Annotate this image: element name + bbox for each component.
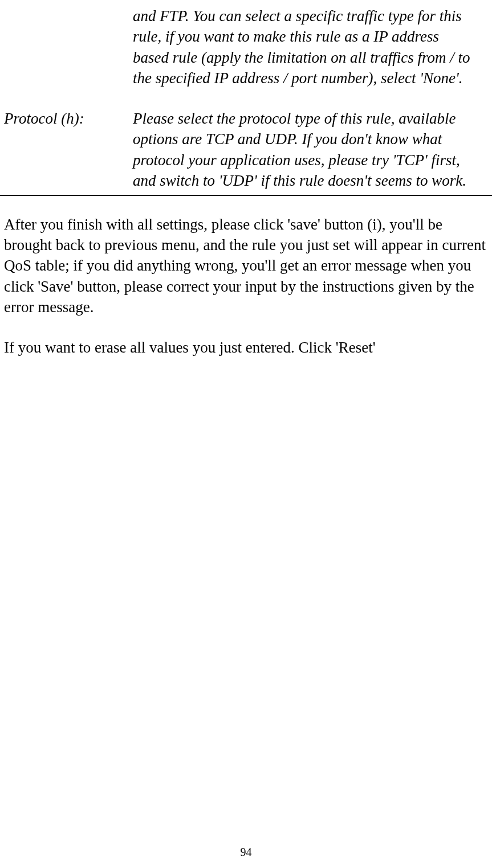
- reset-instructions-paragraph: If you want to erase all values you just…: [0, 337, 492, 358]
- section-divider: [0, 195, 492, 196]
- page-number: 94: [0, 846, 492, 859]
- protocol-label: Protocol (h):: [0, 108, 133, 191]
- traffic-type-description-continued: and FTP. You can select a specific traff…: [0, 6, 492, 89]
- protocol-description: Please select the protocol type of this …: [133, 108, 492, 191]
- save-instructions-paragraph: After you finish with all settings, plea…: [0, 214, 492, 318]
